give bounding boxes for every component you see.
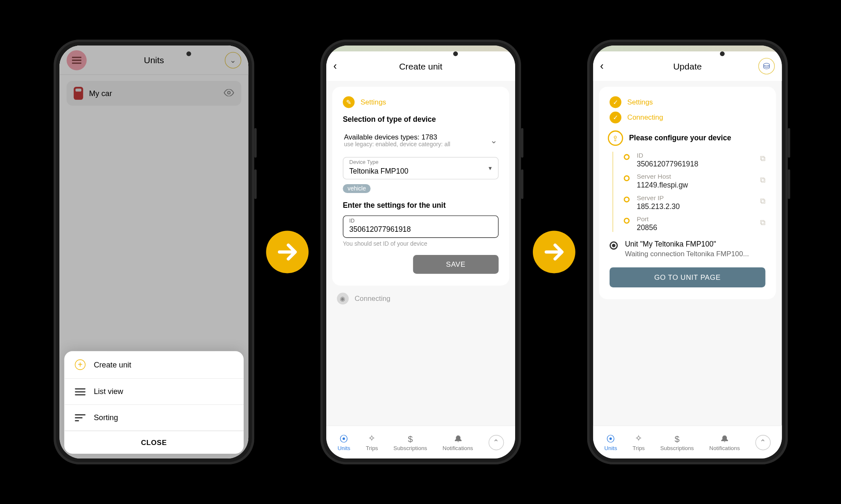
check-icon: ✓ bbox=[610, 112, 621, 123]
route-icon: ✧ bbox=[368, 433, 376, 444]
tab-bar: ⦿ Units ✧ Trips $ Subscriptions 🔔︎ Notif… bbox=[593, 426, 782, 458]
available-devices-sub: use legacy: enabled, device category: al… bbox=[344, 141, 450, 147]
update-header: ‹ Update ⛁ bbox=[593, 51, 782, 81]
tab-trips-label: Trips bbox=[632, 445, 645, 451]
id-value: 350612077961918 bbox=[637, 160, 753, 169]
config-id-row: ID 350612077961918 ⧉ bbox=[623, 149, 765, 170]
back-button[interactable]: ‹ bbox=[600, 60, 603, 72]
dropdown-icon: ▾ bbox=[489, 164, 492, 172]
step-connecting-label: Connecting bbox=[627, 113, 663, 122]
id-input[interactable]: ID 350612077961918 bbox=[343, 215, 499, 238]
tab-units-label: Units bbox=[604, 445, 617, 451]
id-input-value: 350612077961918 bbox=[349, 225, 492, 234]
host-value: 11249.flespi.gw bbox=[637, 181, 753, 190]
chevron-down-icon: ⌄ bbox=[490, 136, 497, 145]
copy-icon[interactable]: ⧉ bbox=[760, 218, 766, 227]
tab-notifications[interactable]: 🔔︎ Notifications bbox=[709, 434, 739, 451]
sheet-list-label: List view bbox=[94, 387, 123, 396]
tab-notif-label: Notifications bbox=[442, 445, 473, 451]
dollar-icon: $ bbox=[408, 434, 413, 444]
available-devices-row[interactable]: Available devices types: 1783 use legacy… bbox=[343, 129, 499, 151]
host-label: Server Host bbox=[637, 173, 753, 180]
tab-subs-label: Subscriptions bbox=[393, 445, 427, 451]
tab-units[interactable]: ⦿ Units bbox=[604, 434, 617, 451]
back-button[interactable]: ‹ bbox=[333, 60, 336, 72]
tab-trips[interactable]: ✧ Trips bbox=[365, 433, 378, 451]
unit-name-line: Unit "My Teltonika FMP100" bbox=[625, 240, 749, 249]
pencil-icon: ✎ bbox=[343, 96, 355, 108]
sheet-create-unit[interactable]: + Create unit bbox=[64, 351, 244, 379]
device-type-select[interactable]: Device Type Teltonika FMP100 ▾ bbox=[343, 157, 499, 180]
go-to-unit-button[interactable]: GO TO UNIT PAGE bbox=[610, 267, 766, 287]
phone-3: ‹ Update ⛁ ✓ Settings ✓ Connecting ⇪ Ple… bbox=[587, 40, 787, 464]
tab-more[interactable]: ⌃ bbox=[755, 434, 770, 450]
sheet-sorting[interactable]: Sorting bbox=[64, 405, 244, 431]
tab-subs-label: Subscriptions bbox=[660, 445, 694, 451]
port-label: Port bbox=[637, 215, 753, 223]
tab-subscriptions[interactable]: $ Subscriptions bbox=[393, 434, 427, 451]
dollar-icon: $ bbox=[674, 434, 680, 444]
config-host-row: Server Host 11249.flespi.gw ⧉ bbox=[623, 171, 765, 192]
sheet-list-view[interactable]: List view bbox=[64, 379, 244, 405]
tab-units-label: Units bbox=[337, 445, 350, 451]
available-devices-count: Available devices types: 1783 bbox=[344, 133, 450, 141]
sort-icon bbox=[75, 414, 85, 421]
copy-icon[interactable]: ⧉ bbox=[760, 196, 766, 206]
list-icon bbox=[75, 388, 85, 395]
device-icon[interactable]: ⛁ bbox=[758, 58, 774, 74]
copy-icon[interactable]: ⧉ bbox=[760, 154, 766, 164]
unit-status-row: Unit "My Teltonika FMP100" Waiting conne… bbox=[610, 240, 766, 258]
step-settings-label: Settings bbox=[627, 98, 653, 107]
ip-value: 185.213.2.30 bbox=[637, 202, 753, 211]
connecting-step-icon: ◉ bbox=[337, 293, 349, 305]
waiting-line: Waiting connection Teltonika FMP100... bbox=[625, 249, 749, 258]
device-type-value: Teltonika FMP100 bbox=[349, 167, 492, 175]
step-settings-label: Settings bbox=[360, 98, 386, 107]
upload-icon: ⇪ bbox=[607, 131, 623, 146]
tab-trips-label: Trips bbox=[365, 445, 378, 451]
phone-1: Units ⌄ My car + Create unit List vi bbox=[54, 40, 254, 464]
route-icon: ✧ bbox=[634, 433, 642, 444]
settings-card: ✎ Settings Selection of type of device A… bbox=[332, 87, 509, 286]
tab-notif-label: Notifications bbox=[709, 445, 739, 451]
tab-units[interactable]: ⦿ Units bbox=[337, 434, 350, 451]
port-value: 20856 bbox=[637, 224, 753, 232]
section-device-type-title: Selection of type of device bbox=[343, 115, 499, 123]
bell-icon: 🔔︎ bbox=[720, 434, 729, 444]
update-card: ✓ Settings ✓ Connecting ⇪ Please configu… bbox=[599, 87, 776, 299]
create-unit-header: ‹ Create unit bbox=[326, 51, 515, 81]
vehicle-chip: vehicle bbox=[343, 184, 371, 193]
tab-notifications[interactable]: 🔔︎ Notifications bbox=[442, 434, 473, 451]
create-unit-title: Create unit bbox=[399, 61, 442, 71]
id-hint: You should set ID of your device bbox=[343, 240, 499, 247]
id-input-label: ID bbox=[349, 218, 355, 224]
step-connecting-label: Connecting bbox=[355, 295, 390, 303]
section-unit-settings-title: Enter the settings for the unit bbox=[343, 201, 499, 210]
ip-label: Server IP bbox=[637, 194, 753, 201]
tab-more[interactable]: ⌃ bbox=[488, 434, 503, 450]
plus-icon: + bbox=[75, 359, 85, 370]
id-label: ID bbox=[637, 152, 753, 159]
pin-icon: ⦿ bbox=[339, 434, 348, 444]
bottom-sheet: + Create unit List view Sorting CLOSE bbox=[64, 351, 244, 454]
tab-bar: ⦿ Units ✧ Trips $ Subscriptions 🔔︎ Notif… bbox=[326, 426, 515, 458]
flow-arrow-icon bbox=[266, 231, 309, 273]
sheet-sort-label: Sorting bbox=[94, 413, 118, 422]
save-button[interactable]: SAVE bbox=[413, 255, 498, 274]
bell-icon: 🔔︎ bbox=[453, 434, 462, 444]
config-ip-row: Server IP 185.213.2.30 ⧉ bbox=[623, 192, 765, 213]
config-port-row: Port 20856 ⧉ bbox=[623, 213, 765, 234]
device-type-label: Device Type bbox=[349, 159, 378, 165]
flow-arrow-icon bbox=[533, 231, 575, 273]
check-icon: ✓ bbox=[610, 96, 621, 108]
copy-icon[interactable]: ⧉ bbox=[760, 175, 766, 185]
update-title: Update bbox=[673, 61, 701, 71]
sheet-close-button[interactable]: CLOSE bbox=[64, 431, 244, 454]
configure-title: Please configure your device bbox=[629, 134, 731, 142]
tab-trips[interactable]: ✧ Trips bbox=[632, 433, 645, 451]
radio-icon bbox=[610, 241, 618, 250]
phone-2: ‹ Create unit ✎ Settings Selection of ty… bbox=[320, 40, 521, 464]
tab-subscriptions[interactable]: $ Subscriptions bbox=[660, 434, 694, 451]
pin-icon: ⦿ bbox=[606, 434, 615, 444]
sheet-create-label: Create unit bbox=[94, 360, 131, 369]
